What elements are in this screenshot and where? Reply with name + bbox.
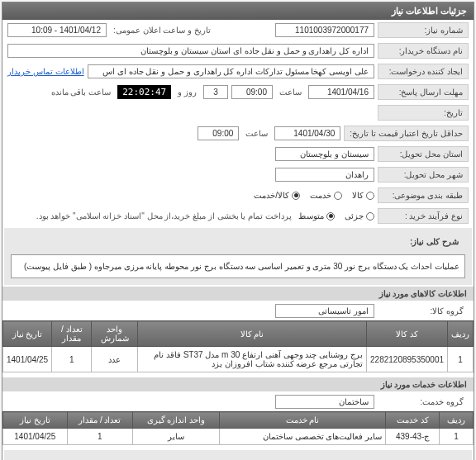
cell-code: ج-43-439 (386, 429, 440, 445)
th-code: کد خدمت (386, 412, 440, 429)
validity-label: حداقل تاریخ اعتبار قیمت تا تاریخ: (344, 126, 469, 141)
row-validity: حداقل تاریخ اعتبار قیمت تا تاریخ: 1401/0… (2, 123, 474, 144)
notes-section: توضیحات نیاز: طبق فایلهای پیوست شده – بر… (4, 450, 472, 460)
deadline-label: مهلت ارسال پاسخ: (378, 84, 469, 100)
th-unit: واحد اندازه گیری (133, 412, 220, 429)
radio-dot-icon (334, 192, 342, 200)
services-table-row[interactable]: 1 ج-43-439 سایر فعالیت‌های تخصصی ساختمان… (3, 429, 474, 445)
cell-unit: عدد (92, 347, 138, 372)
history-label: تاریخ: (378, 105, 469, 121)
need-number-value: 1101003972000177 (275, 23, 374, 37)
th-idx: ردیف (440, 412, 474, 429)
radio-both[interactable]: کالا/خدمت (254, 191, 300, 200)
radio-partial-label: جزئی (345, 211, 364, 221)
th-idx: ردیف (448, 321, 474, 347)
radio-goods-label: کالا (352, 191, 364, 200)
services-table: ردیف کد خدمت نام خدمت واحد اندازه گیری ت… (2, 411, 474, 445)
th-date: تاریخ نیاز (3, 321, 52, 347)
row-deadline: مهلت ارسال پاسخ: 1401/04/16 ساعت 09:00 3… (2, 82, 474, 102)
deadline-date: 1401/04/16 (308, 85, 374, 99)
row-process: نوع فرآیند خرید : جزئی متوسط پرداخت تمام… (2, 206, 474, 226)
radio-medium[interactable]: متوسط (298, 211, 335, 221)
cell-name: برج روشنایی چند وجهی آهنی ارتفاع 30 m مد… (138, 347, 367, 372)
desc-text: عملیات احداث یک دستگاه برج نور 30 متری و… (11, 254, 465, 278)
services-section-header: اطلاعات خدمات مورد نیاز (2, 377, 474, 391)
countdown-timer: 22:02:47 (117, 85, 171, 99)
remaining-label: ساعت باقی مانده (48, 88, 115, 97)
radio-goods[interactable]: کالا (352, 191, 374, 200)
th-name: نام کالا (138, 321, 367, 347)
th-qty: تعداد / مقدار (52, 321, 92, 347)
row-city: شهر محل تحویل: راهدان (2, 164, 474, 185)
radio-partial[interactable]: جزئی (345, 211, 374, 221)
row-history: تاریخ: (2, 102, 474, 123)
contact-link[interactable]: اطلاعات تماس خریدار (7, 67, 84, 76)
radio-dot-selected-icon (326, 212, 335, 221)
service-group-value: ساختمان (275, 395, 374, 409)
time-label-2: ساعت (242, 129, 271, 138)
radio-service-label: خدمت (310, 191, 331, 200)
cell-qty: 1 (67, 429, 132, 445)
th-code: کد کالا (367, 321, 448, 347)
budget-label: طبقه بندی موضوعی: (378, 187, 469, 203)
goods-group-label: گروه کالا: (378, 304, 469, 318)
radio-service[interactable]: خدمت (310, 191, 342, 200)
validity-date: 1401/04/30 (274, 126, 340, 140)
validity-time: 09:00 (198, 126, 239, 140)
goods-table-header-row: ردیف کد کالا نام کالا واحد شمارش تعداد /… (3, 321, 474, 347)
th-qty: تعداد / مقدار (67, 412, 132, 429)
radio-dot-icon (366, 212, 374, 221)
row-need-number: شماره نیاز: 1101003972000177 تاریخ و ساع… (2, 20, 474, 40)
creator-value: علی اویسی کهخا مسئول تدارکات اداره کل را… (88, 64, 374, 78)
budget-radio-group: کالا خدمت کالا/خدمت (254, 191, 374, 200)
cell-idx: 1 (448, 347, 474, 372)
row-goods-group: گروه کالا: امور تاسیساتی (2, 301, 474, 320)
announce-value: 1401/04/12 - 10:09 (7, 23, 107, 37)
th-unit: واحد شمارش (92, 321, 138, 347)
process-radio-group: جزئی متوسط (298, 211, 374, 221)
cell-date: 1401/04/25 (3, 347, 52, 372)
city-value: راهدان (275, 168, 374, 182)
th-date: تاریخ نیاز (3, 412, 68, 429)
need-number-label: شماره نیاز: (378, 22, 469, 38)
cell-date: 1401/04/25 (3, 429, 68, 445)
row-creator: ایجاد کننده درخواست: علی اویسی کهخا مسئو… (2, 61, 474, 82)
desc-label: شرح کلی نیاز: (373, 235, 464, 249)
province-value: سیستان و بلوچستان (275, 147, 374, 161)
goods-table-row[interactable]: 1 2282120895350001 برج روشنایی چند وجهی … (3, 347, 474, 372)
cell-code: 2282120895350001 (367, 347, 448, 372)
city-label: شهر محل تحویل: (378, 167, 469, 183)
time-label-1: ساعت (276, 88, 305, 97)
goods-table: ردیف کد کالا نام کالا واحد شمارش تعداد /… (2, 320, 474, 372)
process-label: نوع فرآیند خرید : (378, 208, 469, 224)
desc-section: شرح کلی نیاز: عملیات احداث یک دستگاه برج… (4, 228, 472, 285)
province-label: استان محل تحویل: (378, 146, 469, 162)
cell-unit: سایر (133, 429, 220, 445)
days-remaining: 3 (203, 85, 228, 99)
cell-idx: 1 (440, 429, 474, 445)
payment-note: پرداخت تمام یا بخشی از مبلغ خرید،از محل … (7, 211, 295, 221)
cell-name: سایر فعالیت‌های تخصصی ساختمان (219, 429, 386, 445)
radio-dot-icon (366, 192, 374, 200)
row-province: استان محل تحویل: سیستان و بلوچستان (2, 144, 474, 164)
radio-dot-selected-icon (292, 192, 300, 200)
radio-medium-label: متوسط (298, 211, 324, 221)
th-name: نام خدمت (219, 412, 386, 429)
buyer-label: نام دستگاه خریدار: (378, 43, 469, 59)
main-panel: جزئیات اطلاعات نیاز شماره نیاز: 11010039… (2, 2, 474, 460)
panel-title: جزئیات اطلاعات نیاز (2, 2, 474, 20)
creator-label: ایجاد کننده درخواست: (378, 64, 469, 79)
buyer-value: اداره کل راهداری و حمل و نقل جاده ای است… (7, 44, 374, 58)
cell-qty: 1 (52, 347, 92, 372)
row-buyer: نام دستگاه خریدار: اداره کل راهداری و حم… (2, 40, 474, 61)
service-group-label: گروه خدمت: (378, 395, 469, 409)
goods-section-header: اطلاعات کالاهای مورد نیاز (2, 287, 474, 301)
deadline-time: 09:00 (231, 85, 273, 99)
notes-label: توضیحات نیاز: (373, 457, 464, 461)
row-budget: طبقه بندی موضوعی: کالا خدمت کالا/خدمت (2, 185, 474, 206)
day-label: روز و (174, 88, 200, 97)
services-table-header-row: ردیف کد خدمت نام خدمت واحد اندازه گیری ت… (3, 412, 474, 429)
goods-group-value: امور تاسیساتی (275, 304, 374, 318)
row-service-group: گروه خدمت: ساختمان (2, 391, 474, 411)
announce-label: تاریخ و ساعت اعلان عمومی: (110, 26, 214, 35)
